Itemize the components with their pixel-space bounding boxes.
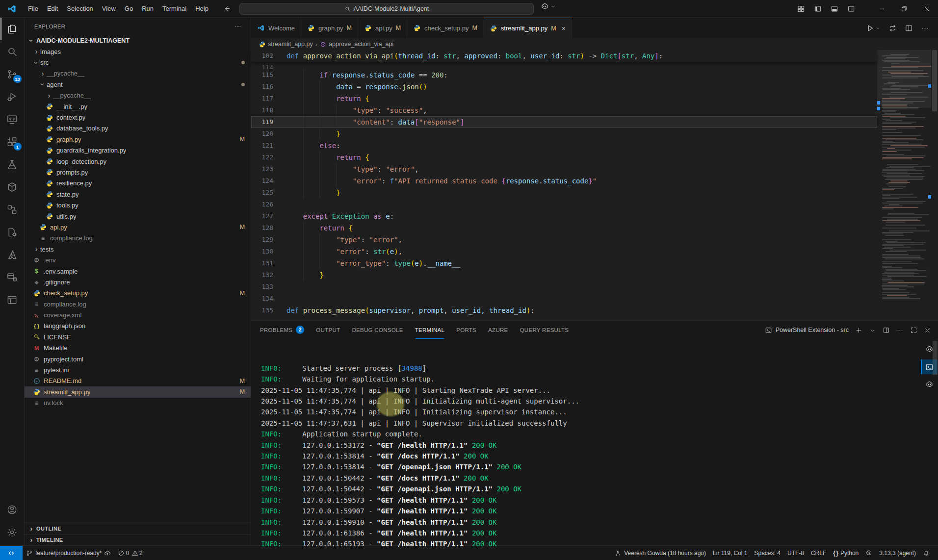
editor-scrollbar[interactable] xyxy=(931,50,938,321)
tree-item-uv-lock[interactable]: ≡uv.lock xyxy=(25,398,251,408)
restore-button[interactable] xyxy=(893,0,915,18)
minimap-slider[interactable] xyxy=(877,50,931,108)
menu-file[interactable]: File xyxy=(24,3,43,14)
tree-item-init-py[interactable]: __init__.py xyxy=(25,101,251,112)
panel-tab-ports[interactable]: PORTS xyxy=(456,321,476,339)
tree-item-database-tools-py[interactable]: database_tools.py xyxy=(25,123,251,134)
tree-item-tools-py[interactable]: tools.py xyxy=(25,200,251,210)
code-line-116[interactable]: 116 data = response.json() xyxy=(251,81,877,93)
layout-customize-layout-icon[interactable] xyxy=(795,2,808,15)
close-icon[interactable]: × xyxy=(562,25,566,32)
activity-item-resource-config[interactable] xyxy=(0,221,24,243)
tree-item-makefile[interactable]: MMakefile xyxy=(25,343,251,354)
code-line-128[interactable]: 128 return { xyxy=(251,222,877,234)
code-line-115[interactable]: 115 if response.status_code == 200: xyxy=(251,69,877,81)
close-button[interactable] xyxy=(915,0,938,18)
activity-item-azure[interactable] xyxy=(0,243,24,266)
menu-selection[interactable]: Selection xyxy=(62,3,97,14)
tree-item-tests[interactable]: ›tests xyxy=(25,244,251,255)
tree-item-gitignore[interactable]: ◆.gitignore xyxy=(25,277,251,287)
tree-item-langgraph-json[interactable]: { }langgraph.json xyxy=(25,321,251,331)
panel-tab-output[interactable]: OUTPUT xyxy=(316,321,340,339)
panel-tab-problems[interactable]: PROBLEMS2 xyxy=(260,321,304,339)
tab-streamlit-app-py[interactable]: streamlit_app.pyM× xyxy=(484,18,572,38)
tree-item-env-sample[interactable]: $.env.sample xyxy=(25,266,251,277)
activity-item-extensions[interactable]: 1 xyxy=(0,130,24,153)
code-line-131[interactable]: 131 "error_type": type(e).__name__ xyxy=(251,257,877,269)
menu-help[interactable]: Help xyxy=(191,3,213,14)
more-actions-icon[interactable] xyxy=(896,327,904,334)
breadcrumb-item[interactable]: approve_action_via_api xyxy=(329,41,393,48)
code-line-125[interactable]: 125 } xyxy=(251,187,877,199)
code-line-118[interactable]: 118 "type": "success", xyxy=(251,104,877,116)
tree-item-check-setup-py[interactable]: check_setup.pyM xyxy=(25,288,251,299)
code-line-102[interactable]: 102def approve_action_via_api(thread_id:… xyxy=(251,50,877,62)
code-line-124[interactable]: 124 "error": f"API returned status code … xyxy=(251,175,877,187)
tree-item-pycache[interactable]: ›__pycache__ xyxy=(25,90,251,101)
new-terminal-icon[interactable] xyxy=(855,327,862,334)
activity-item-remote-explorer[interactable] xyxy=(0,108,24,130)
tree-item-compliance-log[interactable]: ≡compliance.log xyxy=(25,233,251,244)
tree-item-images[interactable]: ›images xyxy=(25,46,251,57)
breadcrumb-item[interactable]: streamlit_app.py xyxy=(268,41,313,48)
activity-item-search[interactable] xyxy=(0,40,24,63)
panel-tab-debug-console[interactable]: DEBUG CONSOLE xyxy=(352,321,403,339)
minimize-button[interactable] xyxy=(870,0,893,18)
code-line-126[interactable]: 126 xyxy=(251,199,877,210)
tree-item-guardrails-integration-py[interactable]: guardrails_integration.py xyxy=(25,145,251,156)
tree-item-prompts-py[interactable]: prompts.py xyxy=(25,167,251,178)
tree-item-license[interactable]: LICENSE xyxy=(25,331,251,342)
tree-item-env[interactable]: ⚙.env xyxy=(25,255,251,265)
code-line-119[interactable]: 119 "content": data["response"] xyxy=(251,116,877,128)
layout-panel-right-icon[interactable] xyxy=(845,2,858,15)
minimap[interactable] xyxy=(877,50,931,321)
status-git-branch[interactable]: feature/production-ready* xyxy=(23,546,114,560)
tab-welcome[interactable]: Welcome xyxy=(251,18,301,38)
activity-item-accounts[interactable] xyxy=(0,498,24,521)
sticky-scroll-line[interactable]: 102def approve_action_via_api(thread_id:… xyxy=(251,50,877,62)
close-panel-icon[interactable] xyxy=(924,327,931,334)
activity-item-panel-layout[interactable] xyxy=(0,288,24,311)
menu-go[interactable]: Go xyxy=(120,3,137,14)
activity-item-source-control[interactable]: 13 xyxy=(0,63,24,85)
tree-item-pycache[interactable]: ›__pycache__ xyxy=(25,68,251,79)
tab-check-setup-py[interactable]: check_setup.pyM xyxy=(407,18,484,38)
copilot-menu-button[interactable] xyxy=(541,2,556,11)
activity-item-database[interactable] xyxy=(0,266,24,288)
copilot-terminal-2[interactable] xyxy=(921,377,938,392)
active-terminal-label[interactable]: PowerShell Extension - src xyxy=(765,327,849,334)
maximize-panel-icon[interactable] xyxy=(910,327,917,334)
command-center-search[interactable]: AAIDC-Module2-MultiAgent xyxy=(239,3,534,15)
code-line-135[interactable]: 135def process_message(supervisor, promp… xyxy=(251,305,877,316)
activity-item-run-and-debug[interactable] xyxy=(0,85,24,108)
tree-item-streamlit-app-py[interactable]: streamlit_app.pyM xyxy=(25,386,251,397)
split-editor-icon[interactable] xyxy=(905,24,913,32)
code-line-117[interactable]: 117 return { xyxy=(251,93,877,104)
layout-panel-left-icon[interactable] xyxy=(811,2,824,15)
panel-tab-terminal[interactable]: TERMINAL xyxy=(415,321,445,339)
menu-edit[interactable]: Edit xyxy=(43,3,62,14)
tree-item-context-py[interactable]: context.py xyxy=(25,112,251,123)
code-line-133[interactable]: 133 xyxy=(251,281,877,293)
panel-scrollbar[interactable] xyxy=(933,341,938,375)
tree-item-pytest-ini[interactable]: ≡pytest.ini xyxy=(25,364,251,375)
section-timeline[interactable]: ›TIMELINE xyxy=(25,534,251,545)
tree-item-coverage-xml[interactable]: coverage.xml xyxy=(25,309,251,320)
compare-changes-icon[interactable] xyxy=(888,24,897,32)
activity-item-containers[interactable] xyxy=(0,176,24,198)
code-line-132[interactable]: 132 } xyxy=(251,269,877,281)
scrollbar-thumb[interactable] xyxy=(932,50,937,111)
remote-indicator-button[interactable] xyxy=(0,546,23,560)
tab-api-py[interactable]: api.pyM xyxy=(358,18,407,38)
back-arrow-icon[interactable] xyxy=(224,5,231,12)
terminal-dropdown-icon[interactable] xyxy=(869,327,876,334)
code-editor[interactable]: 102def approve_action_via_api(thread_id:… xyxy=(251,50,877,321)
explorer-root-folder[interactable]: › AAIDC-MODULE2-MULTIAGENT xyxy=(25,35,251,46)
panel-tab-azure[interactable]: AZURE xyxy=(488,321,508,339)
split-terminal-icon[interactable] xyxy=(883,327,890,334)
layout-panel-bottom-icon[interactable] xyxy=(828,2,841,15)
code-line-130[interactable]: 130 "error": str(e), xyxy=(251,246,877,257)
code-line-134[interactable]: 134 xyxy=(251,293,877,305)
section-outline[interactable]: ›OUTLINE xyxy=(25,523,251,534)
code-line-120[interactable]: 120 } xyxy=(251,128,877,140)
